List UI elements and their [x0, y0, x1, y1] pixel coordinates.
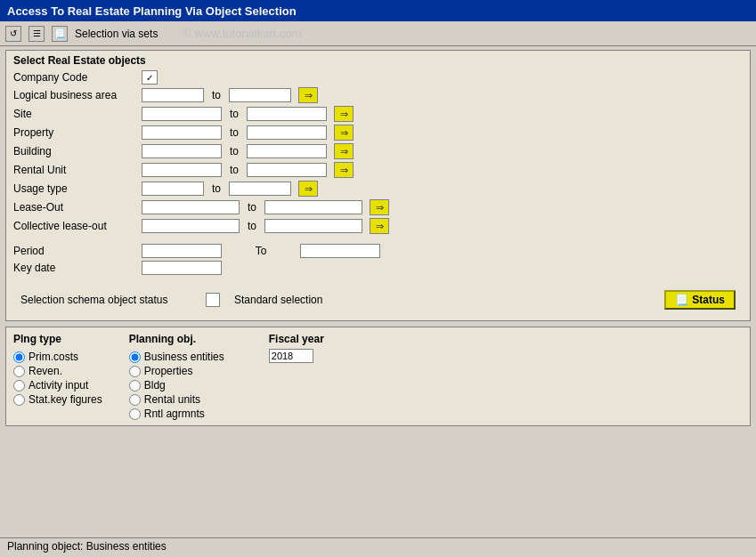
usage-type-to[interactable] [229, 182, 291, 196]
fiscal-year-input[interactable]: 2018 [269, 349, 313, 363]
plng-type-title: Plng type [13, 333, 102, 345]
usage-type-arrow[interactable]: ⇒ [298, 181, 318, 197]
period-row: Period To [13, 244, 743, 258]
logical-business-area-arrow[interactable]: ⇒ [298, 87, 318, 103]
stat-key-row: Stat.key figures [13, 393, 102, 406]
planning-obj-title: Planning obj. [129, 333, 224, 345]
back-icon[interactable]: ↺ [5, 26, 21, 42]
building-to[interactable] [247, 144, 327, 158]
to-label-3: to [225, 126, 243, 139]
activity-input-row: Activity input [13, 379, 102, 392]
period-from[interactable] [142, 244, 222, 258]
title-text: Access To Real Estate Planning Via Objec… [7, 4, 297, 18]
building-from[interactable] [142, 144, 222, 158]
key-date-row: Key date [13, 261, 743, 275]
to-label-5: to [225, 164, 243, 176]
usage-type-label: Usage type [13, 182, 138, 195]
to-label-8: to [243, 220, 261, 232]
site-label: Site [13, 108, 138, 120]
rental-unit-arrow[interactable]: ⇒ [334, 162, 354, 178]
building-arrow[interactable]: ⇒ [334, 143, 354, 159]
main-content: Select Real Estate objects Company Code … [0, 46, 756, 537]
tree-icon[interactable]: ☰ [28, 26, 45, 42]
activity-input-radio[interactable] [13, 380, 25, 392]
rental-units-radio[interactable] [129, 394, 141, 406]
lease-out-arrow[interactable]: ⇒ [370, 199, 389, 215]
usage-type-from[interactable] [142, 182, 204, 196]
select-section: Select Real Estate objects Company Code … [5, 50, 751, 321]
to-label-6: to [207, 182, 225, 195]
collective-lease-out-arrow[interactable]: ⇒ [370, 218, 389, 234]
stat-key-radio[interactable] [13, 394, 25, 406]
status-btn-label: Status [692, 294, 725, 306]
bldg-radio[interactable] [129, 380, 141, 392]
rntl-agrmnts-row: Rntl agrmnts [129, 408, 224, 420]
period-to[interactable] [300, 244, 380, 258]
reven-row: Reven. [13, 365, 102, 377]
lease-out-label: Lease-Out [13, 201, 138, 214]
reven-label: Reven. [28, 365, 62, 377]
logical-business-area-label: Logical business area [13, 89, 138, 101]
site-arrow[interactable]: ⇒ [334, 106, 354, 122]
status-button[interactable]: 📃 Status [664, 290, 736, 310]
logical-business-area-to[interactable] [229, 88, 291, 102]
to-label-2: to [225, 108, 243, 120]
selection-via-sets-label[interactable]: Selection via sets [75, 28, 158, 40]
to-label-1: to [207, 89, 225, 101]
company-code-checkbox[interactable]: ✓ [142, 70, 158, 85]
schema-row: Selection schema object status Standard … [13, 285, 743, 313]
planning-cols: Plng type Prim.costs Reven. Activity inp… [13, 333, 743, 420]
rntl-agrmnts-label: Rntl agrmnts [144, 408, 205, 420]
bldg-label: Bldg [144, 379, 166, 392]
period-label: Period [13, 245, 138, 257]
site-from[interactable] [142, 107, 222, 121]
rental-unit-to[interactable] [247, 163, 327, 177]
status-text: Planning object: Business entities [7, 540, 167, 553]
section-title: Select Real Estate objects [13, 54, 743, 67]
collective-lease-out-to[interactable] [264, 219, 362, 233]
planning-obj-col: Planning obj. Business entities Properti… [129, 333, 224, 420]
to-upper-label: To [225, 245, 297, 257]
collective-lease-out-from[interactable] [142, 219, 240, 233]
property-from[interactable] [142, 125, 222, 140]
logical-business-area-row: Logical business area to ⇒ [13, 87, 743, 103]
bldg-row: Bldg [129, 379, 224, 392]
lease-out-to[interactable] [264, 200, 362, 214]
selection-sets-icon[interactable]: 📃 [52, 26, 68, 42]
rntl-agrmnts-radio[interactable] [129, 408, 141, 420]
to-label-4: to [225, 145, 243, 157]
properties-label: Properties [144, 365, 193, 377]
prim-costs-radio[interactable] [13, 351, 25, 363]
std-selection-label: Standard selection [234, 294, 322, 306]
toolbar: ↺ ☰ 📃 Selection via sets © www.tutorialk… [0, 21, 756, 46]
reven-radio[interactable] [13, 366, 25, 377]
property-to[interactable] [247, 125, 327, 140]
schema-checkbox[interactable] [206, 293, 220, 307]
lease-out-row: Lease-Out to ⇒ [13, 199, 743, 215]
key-date-label: Key date [13, 262, 138, 274]
site-to[interactable] [247, 107, 327, 121]
prim-costs-label: Prim.costs [28, 351, 78, 363]
usage-type-row: Usage type to ⇒ [13, 181, 743, 197]
property-row: Property to ⇒ [13, 125, 743, 141]
rental-unit-label: Rental Unit [13, 164, 138, 176]
collective-lease-out-row: Collective lease-out to ⇒ [13, 218, 743, 234]
prim-costs-row: Prim.costs [13, 351, 102, 363]
logical-business-area-from[interactable] [142, 88, 204, 102]
planning-section: Plng type Prim.costs Reven. Activity inp… [5, 327, 751, 426]
stat-key-label: Stat.key figures [28, 393, 102, 406]
status-bar: Planning object: Business entities [0, 537, 756, 557]
fiscal-col: Fiscal year 2018 [269, 333, 324, 420]
lease-out-from[interactable] [142, 200, 240, 214]
rental-unit-from[interactable] [142, 163, 222, 177]
properties-radio[interactable] [129, 366, 141, 377]
plng-type-col: Plng type Prim.costs Reven. Activity inp… [13, 333, 102, 420]
property-arrow[interactable]: ⇒ [334, 125, 354, 141]
collective-lease-out-label: Collective lease-out [13, 220, 138, 232]
schema-label: Selection schema object status [20, 294, 199, 306]
key-date-input[interactable] [142, 261, 222, 275]
company-code-label: Company Code [13, 71, 138, 84]
building-label: Building [13, 145, 138, 157]
business-entities-radio[interactable] [129, 351, 141, 363]
property-label: Property [13, 126, 138, 139]
